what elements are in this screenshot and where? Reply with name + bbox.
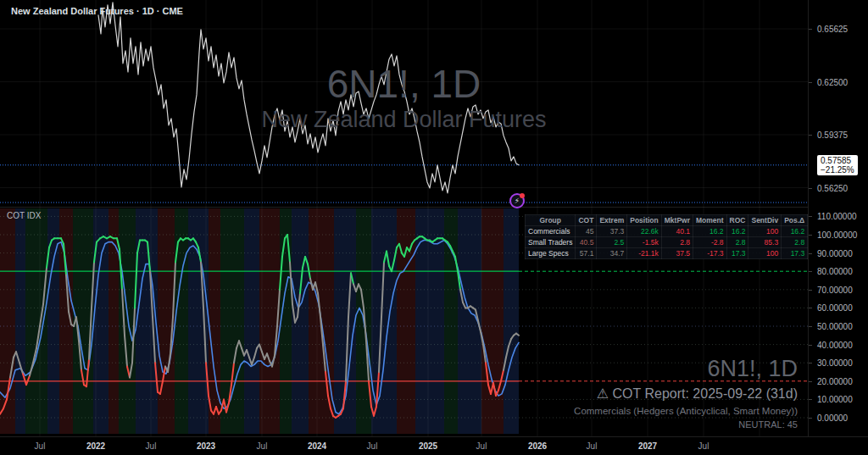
axis-tick <box>809 271 812 272</box>
phase-band <box>175 208 188 434</box>
index-axis-label: 60.00000 <box>817 303 853 313</box>
time-axis-label: Jul <box>476 441 487 451</box>
index-axis-label: 50.00000 <box>817 322 853 331</box>
index-axis-label: 80.00000 <box>817 267 853 276</box>
axis-tick <box>809 135 812 136</box>
value-cell: 34.7 <box>597 248 627 259</box>
lightning-icon: ⚡ <box>515 197 520 205</box>
axis-tick <box>809 253 812 254</box>
value-cell: 2.8 <box>726 237 748 248</box>
column-header: Position <box>627 215 662 226</box>
symbol-title[interactable]: New Zealand Dollar Futures · 1D · CME <box>11 6 183 16</box>
column-header: Extrem <box>597 215 627 226</box>
column-header: Group <box>526 215 576 226</box>
phase-band <box>0 208 15 434</box>
axis-tick <box>809 418 812 419</box>
price-line <box>98 3 519 193</box>
column-header: ROC <box>726 215 748 226</box>
index-axis-label: 70.00000 <box>817 285 853 294</box>
axis-tick <box>809 381 812 382</box>
time-axis-label: Jul <box>257 441 268 451</box>
event-flash-icon[interactable]: ⚡ <box>509 193 525 208</box>
value-cell: -21.1k <box>627 248 662 259</box>
axis-tick <box>809 82 812 83</box>
value-cell: 37.3 <box>597 226 627 237</box>
time-axis-label: 2024 <box>308 441 326 451</box>
last-price-label: 0.57585 −21.25% <box>817 155 858 175</box>
column-header: COT <box>576 215 597 226</box>
price-axis-label: 0.59375 <box>817 130 848 140</box>
notification-dot <box>520 193 525 198</box>
group-cell: Small Traders <box>526 237 576 248</box>
axis-tick <box>809 188 812 189</box>
value-cell: 40.1 <box>661 226 693 237</box>
column-header: SentDiv <box>748 215 782 226</box>
time-axis-label: Jul <box>146 441 157 451</box>
phase-band <box>481 208 504 434</box>
index-axis-label: 20.00000 <box>817 376 853 386</box>
index-axis-label: 10.00000 <box>817 395 853 404</box>
phase-band <box>504 208 519 434</box>
axis-tick <box>809 308 812 308</box>
index-axis-label: 90.00000 <box>817 248 853 258</box>
price-axis-label: 0.65625 <box>817 25 848 34</box>
index-axis-label: 100.00000 <box>817 230 857 240</box>
value-cell: 37.5 <box>661 248 693 259</box>
phase-band <box>244 208 259 434</box>
value-cell: -2.8 <box>693 237 726 248</box>
axis-tick <box>809 345 812 346</box>
value-cell: 16.2 <box>726 226 748 237</box>
axis-tick <box>809 326 812 327</box>
value-cell: 16.2 <box>693 226 726 237</box>
time-axis-label: 2026 <box>528 441 547 451</box>
price-axis-label: 0.56250 <box>817 183 848 192</box>
index-axis-label: 0.00000 <box>817 413 848 423</box>
phase-band <box>209 208 220 434</box>
price-axis-label: 0.62500 <box>817 77 848 86</box>
price-pane[interactable] <box>0 0 808 207</box>
indicator-title[interactable]: COT IDX <box>7 211 41 220</box>
value-cell: 16.2 <box>782 226 808 237</box>
phase-band <box>15 208 25 434</box>
time-axis[interactable]: Jul2022Jul2023Jul2024Jul2025Jul2026Jul20… <box>0 436 868 455</box>
value-cell: 40.5 <box>576 237 597 248</box>
column-header: Moment <box>693 215 726 226</box>
time-axis-label: 2027 <box>638 441 657 451</box>
value-cell: 2.8 <box>661 237 693 248</box>
value-cell: -1.5k <box>627 237 662 248</box>
value-cell: 2.8 <box>782 237 808 248</box>
axis-tick <box>809 363 812 363</box>
last-price-change: −21.25% <box>821 165 854 175</box>
value-cell: -17.3 <box>693 248 726 259</box>
index-axis-label: 30.00000 <box>817 358 853 368</box>
last-price-value: 0.57585 <box>821 156 854 165</box>
group-cell: Commercials <box>526 226 576 237</box>
group-cell: Large Specs <box>526 248 576 259</box>
value-cell: 17.3 <box>782 248 808 259</box>
time-axis-label: Jul <box>35 441 46 451</box>
phase-band <box>119 208 136 434</box>
value-cell: 100 <box>748 226 782 237</box>
column-header: MktPwr <box>661 215 693 226</box>
phase-band <box>188 208 209 434</box>
time-axis-label: Jul <box>367 441 378 451</box>
chart-window: 6N1!, 1D New Zealand Dollar Futures New … <box>0 0 868 455</box>
time-axis-label: Jul <box>587 441 598 451</box>
index-axis-label: 110.00000 <box>817 212 857 221</box>
time-axis-label: Jul <box>698 441 709 451</box>
phase-band <box>259 208 280 434</box>
time-axis-label: 2022 <box>86 441 105 451</box>
axis-tick <box>809 399 812 400</box>
value-cell: 22.6k <box>627 226 662 237</box>
axis-tick <box>809 290 812 291</box>
axis-tick <box>809 216 812 217</box>
time-axis-label: 2025 <box>419 441 437 451</box>
value-cell: 2.5 <box>597 237 627 248</box>
pane-separator[interactable] <box>0 207 808 208</box>
value-cell: 45 <box>576 226 597 237</box>
value-cell: 100 <box>748 248 782 259</box>
phase-band <box>47 208 59 434</box>
price-axis[interactable]: 0.57585 −21.25% 0.656250.625000.593750.5… <box>808 0 868 436</box>
value-cell: 57.1 <box>576 248 597 259</box>
axis-tick <box>809 29 812 30</box>
